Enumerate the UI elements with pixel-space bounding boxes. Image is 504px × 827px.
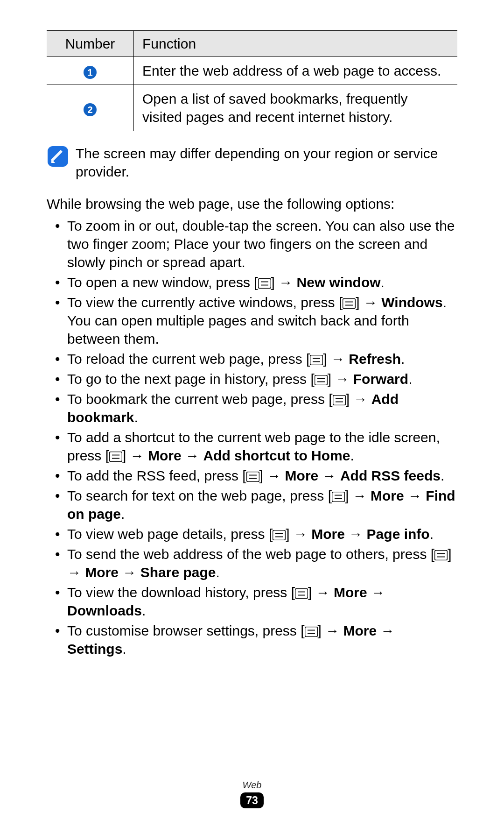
list-text: To zoom in or out, double-tap the screen… — [67, 218, 455, 270]
note-icon — [47, 145, 69, 168]
list-text: ] → — [318, 623, 343, 638]
section-title: Web — [0, 780, 504, 791]
bold-label: Share page — [140, 565, 216, 580]
function-table: Number Function 1 Enter the web address … — [47, 30, 457, 131]
arrow-sep: → — [377, 623, 394, 638]
list-item: To send the web address of the web page … — [67, 545, 457, 581]
period: . — [134, 410, 138, 425]
bold-label: More — [343, 623, 377, 638]
list-item: To reload the current web page, press []… — [67, 350, 457, 368]
period: . — [216, 565, 219, 580]
list-text: To go to the next page in history, press… — [67, 371, 315, 387]
list-text: ] → — [323, 351, 349, 367]
number-badge-icon: 1 — [84, 66, 97, 79]
menu-key-icon — [310, 355, 323, 365]
list-item: To search for text on the web page, pres… — [67, 487, 457, 523]
list-item: To bookmark the current web page, press … — [67, 390, 457, 426]
bold-label: Page info — [367, 526, 430, 542]
list-text: ] → — [356, 295, 381, 310]
menu-key-icon — [273, 530, 286, 540]
bold-label: Windows — [381, 295, 442, 310]
function-cell: Enter the web address of a web page to a… — [134, 57, 458, 85]
options-list: To zoom in or out, double-tap the screen… — [47, 217, 457, 658]
period: . — [430, 526, 434, 542]
menu-key-icon — [315, 375, 328, 385]
list-text: To view the currently active windows, pr… — [67, 295, 343, 310]
period: . — [121, 506, 125, 522]
list-item: To go to the next page in history, press… — [67, 370, 457, 388]
menu-key-icon — [258, 278, 271, 289]
bold-label: More — [311, 526, 345, 542]
note-callout: The screen may differ depending on your … — [47, 144, 457, 181]
table-row: 1 Enter the web address of a web page to… — [47, 57, 457, 85]
list-text: To send the web address of the web page … — [67, 546, 434, 562]
bold-label: More — [148, 448, 182, 463]
period: . — [142, 603, 146, 618]
menu-key-icon — [305, 627, 318, 637]
menu-key-icon — [343, 298, 356, 309]
list-text: ] → — [328, 371, 353, 387]
list-text: ] → — [346, 391, 371, 407]
period: . — [350, 448, 354, 463]
table-header-row: Number Function — [47, 31, 457, 57]
menu-key-icon — [434, 550, 448, 560]
page-number-badge: 73 — [240, 792, 264, 808]
list-text: To open a new window, press [ — [67, 275, 258, 290]
list-text: To add the RSS feed, press [ — [67, 468, 246, 483]
list-item: To view web page details, press [] → Mor… — [67, 525, 457, 543]
page-footer: Web 73 — [0, 780, 504, 808]
bold-label: Refresh — [349, 351, 401, 367]
bold-label: Add RSS feeds — [340, 468, 441, 483]
col-header-function: Function — [134, 31, 458, 57]
bold-label: Downloads — [67, 603, 142, 618]
list-item: To open a new window, press [] → New win… — [67, 273, 457, 291]
list-text: ] → — [308, 585, 334, 600]
bold-label: More — [371, 488, 404, 503]
menu-key-icon — [332, 492, 345, 502]
bold-label: New window — [297, 275, 381, 290]
menu-key-icon — [246, 472, 259, 482]
list-text: ] → — [271, 275, 297, 290]
bold-label: More — [334, 585, 367, 600]
bold-label: Forward — [353, 371, 408, 387]
note-text: The screen may differ depending on your … — [76, 144, 457, 181]
list-item: To add a shortcut to the current web pag… — [67, 428, 457, 465]
bold-label: More — [285, 468, 319, 483]
list-text: ] → — [345, 488, 371, 503]
arrow-sep: → — [404, 488, 426, 503]
manual-page: Number Function 1 Enter the web address … — [0, 0, 504, 827]
menu-key-icon — [333, 395, 346, 405]
bold-label: Add shortcut to Home — [203, 448, 350, 463]
function-cell: Open a list of saved bookmarks, frequent… — [134, 85, 458, 131]
list-item: To customise browser settings, press [] … — [67, 622, 457, 658]
list-text: To search for text on the web page, pres… — [67, 488, 332, 503]
number-badge-icon: 2 — [84, 103, 97, 116]
list-item: To zoom in or out, double-tap the screen… — [67, 217, 457, 271]
list-text: ] → — [122, 448, 148, 463]
bold-label: Settings — [67, 641, 122, 657]
arrow-sep: → — [119, 565, 140, 580]
list-text: To view web page details, press [ — [67, 526, 273, 542]
period: . — [381, 275, 385, 290]
period: . — [122, 641, 126, 657]
arrow-sep: → — [367, 585, 385, 600]
list-text: To view the download history, press [ — [67, 585, 295, 600]
menu-key-icon — [109, 452, 122, 462]
period: . — [401, 351, 405, 367]
col-header-number: Number — [47, 31, 134, 57]
options-intro: While browsing the web page, use the fol… — [47, 195, 457, 213]
list-item: To view the download history, press [] →… — [67, 583, 457, 620]
list-text: To reload the current web page, press [ — [67, 351, 310, 367]
arrow-sep: → — [182, 448, 203, 463]
period: . — [441, 468, 444, 483]
list-item: To view the currently active windows, pr… — [67, 293, 457, 348]
period: . — [408, 371, 412, 387]
list-text: ] → — [286, 526, 311, 542]
list-text: To customise browser settings, press [ — [67, 623, 305, 638]
list-item: To add the RSS feed, press [] → More → A… — [67, 467, 457, 485]
list-text: To bookmark the current web page, press … — [67, 391, 333, 407]
bold-label: More — [85, 565, 119, 580]
table-row: 2 Open a list of saved bookmarks, freque… — [47, 85, 457, 131]
menu-key-icon — [295, 588, 308, 599]
arrow-sep: → — [345, 526, 367, 542]
